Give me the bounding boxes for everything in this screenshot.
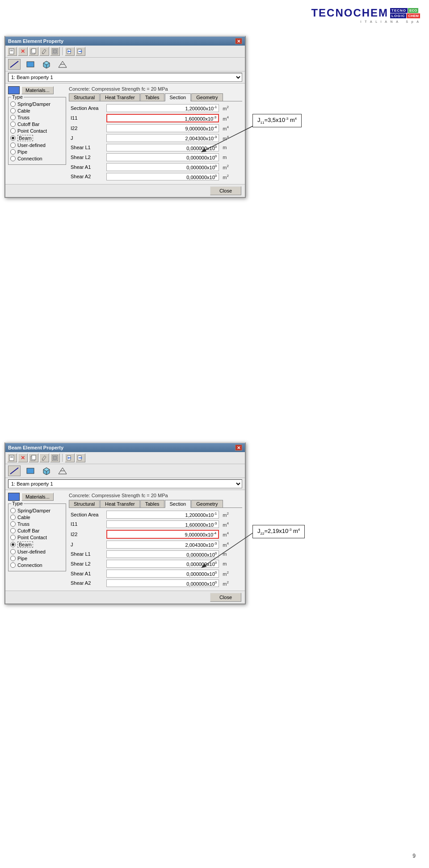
materials-button-1[interactable]: Materials...	[21, 86, 54, 94]
cube-icon-btn-1[interactable]	[40, 59, 53, 70]
prop-row-sheara1-2: Shear A1 0,000000x100 m2	[69, 569, 242, 579]
radio-spring-1[interactable]: Spring/Damper	[10, 101, 64, 107]
radio-pipe-1[interactable]: Pipe	[10, 149, 64, 155]
radio-beam-2[interactable]: Beam	[10, 541, 64, 548]
radio-cable-2[interactable]: Cable	[10, 515, 64, 520]
prop-label-shearl1-2: Shear L1	[69, 549, 105, 559]
prop-row-section-area-1: Section Area 1,200000x10-1 m2	[69, 103, 242, 113]
export-button-1[interactable]	[76, 47, 85, 56]
tab-section-1[interactable]: Section	[165, 93, 191, 101]
prop-button-2[interactable]	[50, 453, 60, 462]
radio-user-2[interactable]: User-defined	[10, 549, 64, 554]
prop-row-i22-2: I22 9,000000x10-4 m4	[69, 529, 242, 540]
tab-structural-1[interactable]: Structural	[69, 93, 100, 101]
prop-unit-i11-2: m4	[221, 520, 242, 529]
delete-button-2[interactable]: ✕	[18, 453, 28, 462]
cube-icon-btn-2[interactable]	[40, 465, 53, 476]
prop-label-section-area-1: Section Area	[69, 103, 105, 113]
copy-button-2[interactable]	[29, 453, 38, 462]
prop-unit-j-1: m4	[221, 133, 242, 143]
dialog-icons-row-1	[5, 58, 245, 71]
square-icon-btn-2[interactable]	[24, 465, 37, 476]
radio-cutoff-1[interactable]: Cutoff Bar	[10, 122, 64, 127]
import-button-1[interactable]	[65, 47, 75, 56]
tab-heat-1[interactable]: Heat Transfer	[100, 93, 140, 101]
prop-button-1[interactable]	[50, 47, 60, 56]
logo-chem2: CHEM	[407, 13, 420, 18]
logo-tecno: TECNO	[390, 8, 408, 13]
tab-structural-2[interactable]: Structural	[69, 500, 100, 507]
logo-eco: ECO	[408, 8, 418, 13]
radio-cable-1[interactable]: Cable	[10, 108, 64, 113]
prop-label-sheara1-2: Shear A1	[69, 569, 105, 579]
export-button-2[interactable]	[76, 453, 85, 462]
close-x-button-2[interactable]: ✕	[235, 444, 242, 451]
radio-dot-connection-2	[10, 562, 16, 568]
close-button-1[interactable]: Close	[210, 186, 241, 195]
close-x-button-1[interactable]: ✕	[235, 38, 242, 44]
prop-value-sheara1-2: 0,000000x100	[106, 570, 219, 578]
import-button-2[interactable]	[65, 453, 75, 462]
radio-truss-2[interactable]: Truss	[10, 521, 64, 527]
logo-logic: LOGIC	[390, 13, 406, 18]
copy-button-1[interactable]	[29, 47, 38, 56]
radio-beam-1[interactable]: Beam	[10, 135, 64, 141]
dialog-box-1: Beam Element Property ✕ ✕	[4, 36, 246, 198]
prop-row-j-1: J 2,004300x10-3 m4	[69, 133, 242, 143]
radio-truss-1[interactable]: Truss	[10, 115, 64, 120]
radio-point-2[interactable]: Point Contact	[10, 535, 64, 540]
close-button-2[interactable]: Close	[210, 593, 241, 602]
edit-button-2[interactable]	[39, 453, 49, 462]
radio-dot-connection-1	[10, 156, 16, 161]
radio-connection-2[interactable]: Connection	[10, 562, 64, 568]
radio-cutoff-2[interactable]: Cutoff Bar	[10, 528, 64, 533]
props-table-2: Section Area 1,200000x10-1 m2 I11 1,6000…	[69, 510, 242, 588]
svg-rect-4	[32, 49, 36, 53]
dialog-title-1: Beam Element Property	[8, 38, 63, 44]
new-button-1[interactable]	[7, 47, 17, 56]
radio-spring-2[interactable]: Spring/Damper	[10, 508, 64, 513]
tab-heat-2[interactable]: Heat Transfer	[100, 500, 140, 507]
radio-point-1[interactable]: Point Contact	[10, 128, 64, 134]
dialog-icons-row-2	[5, 464, 245, 478]
materials-button-2[interactable]: Materials...	[21, 493, 54, 501]
sep1-1	[62, 47, 63, 55]
mesh-icon-btn-2[interactable]	[56, 465, 69, 476]
line-icon-btn-2[interactable]	[8, 465, 21, 476]
tab-geometry-2[interactable]: Geometry	[191, 500, 223, 507]
tab-tables-2[interactable]: Tables	[140, 500, 164, 507]
svg-rect-0	[9, 49, 14, 54]
radio-dot-cable-2	[10, 515, 16, 520]
type-label-2: Type	[11, 501, 24, 506]
prop-unit-sheara2-2: m2	[221, 579, 242, 588]
delete-button-1[interactable]: ✕	[18, 47, 28, 56]
square-icon-btn-1[interactable]	[24, 59, 37, 70]
edit-button-1[interactable]	[39, 47, 49, 56]
mat-color-1	[8, 86, 20, 94]
prop-value-shearl1-1: 0,000000x100	[106, 144, 219, 152]
dialog-titlebar-1: Beam Element Property ✕	[5, 37, 245, 46]
tab-geometry-1[interactable]: Geometry	[191, 93, 223, 101]
prop-row-shearl1-2: Shear L1 0,000000x100 m	[69, 549, 242, 559]
tab-section-2[interactable]: Section	[165, 500, 191, 508]
line-icon-btn-1[interactable]	[8, 59, 21, 70]
radio-connection-1[interactable]: Connection	[10, 156, 64, 161]
radio-dot-cutoff-2	[10, 528, 16, 533]
prop-label-section-area-2: Section Area	[69, 510, 105, 520]
tab-tables-1[interactable]: Tables	[140, 93, 164, 101]
prop-label-shearl1-1: Shear L1	[69, 143, 105, 153]
prop-label-i11-1: I11	[69, 113, 105, 124]
annotation-box-1: J11=3,5x10-3 m4	[252, 114, 302, 127]
mat-color-2	[8, 493, 20, 501]
new-button-2[interactable]	[7, 453, 17, 462]
prop-label-sheara2-2: Shear A2	[69, 579, 105, 588]
prop-label-shearl2-1: Shear L2	[69, 152, 105, 162]
radio-pipe-2[interactable]: Pipe	[10, 556, 64, 561]
property-select-1[interactable]: 1: Beam property 1	[8, 73, 242, 82]
property-select-2[interactable]: 1: Beam property 1	[8, 479, 242, 488]
radio-dot-truss-1	[10, 115, 16, 120]
mesh-icon-btn-1[interactable]	[56, 59, 69, 70]
radio-dot-pipe-1	[10, 149, 16, 155]
radio-user-1[interactable]: User-defined	[10, 143, 64, 148]
prop-unit-sheara2-1: m2	[221, 172, 242, 182]
